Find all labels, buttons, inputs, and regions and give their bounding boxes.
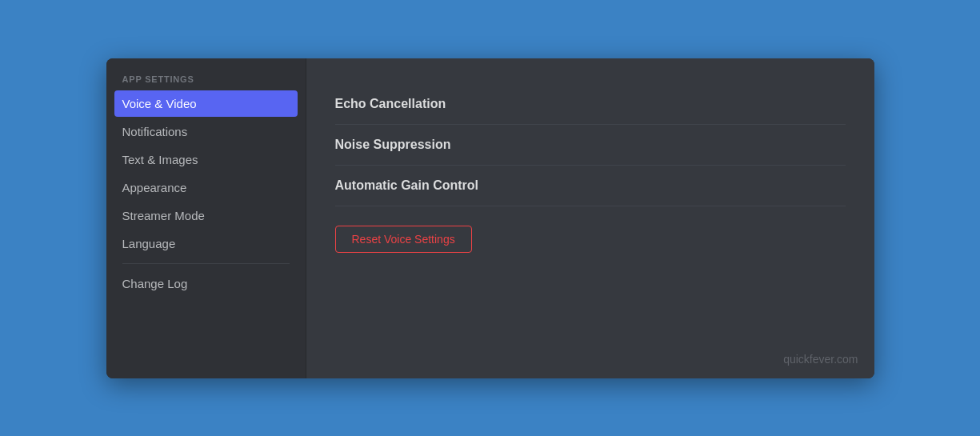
setting-row-automatic-gain-control: Automatic Gain Control bbox=[335, 166, 846, 206]
sidebar: APP SETTINGS Voice & Video Notifications… bbox=[106, 58, 306, 378]
sidebar-section-label: APP SETTINGS bbox=[114, 74, 298, 90]
sidebar-item-label-streamer-mode: Streamer Mode bbox=[122, 209, 205, 222]
setting-label-automatic-gain-control: Automatic Gain Control bbox=[335, 178, 479, 192]
sidebar-item-label-notifications: Notifications bbox=[122, 125, 188, 138]
sidebar-item-label-language: Language bbox=[122, 237, 176, 250]
sidebar-item-label-voice-video: Voice & Video bbox=[122, 97, 197, 110]
setting-label-echo-cancellation: Echo Cancellation bbox=[335, 97, 446, 110]
reset-voice-settings-button[interactable]: Reset Voice Settings bbox=[335, 226, 472, 253]
sidebar-item-text-images[interactable]: Text & Images bbox=[114, 146, 298, 173]
setting-row-echo-cancellation: Echo Cancellation bbox=[335, 84, 846, 125]
setting-label-noise-suppression: Noise Suppression bbox=[335, 138, 451, 151]
sidebar-item-notifications[interactable]: Notifications bbox=[114, 118, 298, 145]
sidebar-item-language[interactable]: Language bbox=[114, 230, 298, 257]
sidebar-item-streamer-mode[interactable]: Streamer Mode bbox=[114, 202, 298, 229]
sidebar-item-label-appearance: Appearance bbox=[122, 181, 187, 194]
watermark: quickfever.com bbox=[783, 353, 858, 366]
setting-row-noise-suppression: Noise Suppression bbox=[335, 125, 846, 166]
settings-container: APP SETTINGS Voice & Video Notifications… bbox=[106, 58, 874, 378]
sidebar-item-voice-video[interactable]: Voice & Video bbox=[114, 90, 298, 117]
sidebar-item-label-change-log: Change Log bbox=[122, 277, 188, 290]
sidebar-item-appearance[interactable]: Appearance bbox=[114, 174, 298, 201]
main-content: Echo Cancellation Noise Suppression Auto… bbox=[306, 58, 874, 378]
sidebar-divider bbox=[122, 263, 290, 264]
sidebar-item-change-log[interactable]: Change Log bbox=[114, 270, 298, 297]
sidebar-item-label-text-images: Text & Images bbox=[122, 153, 198, 166]
